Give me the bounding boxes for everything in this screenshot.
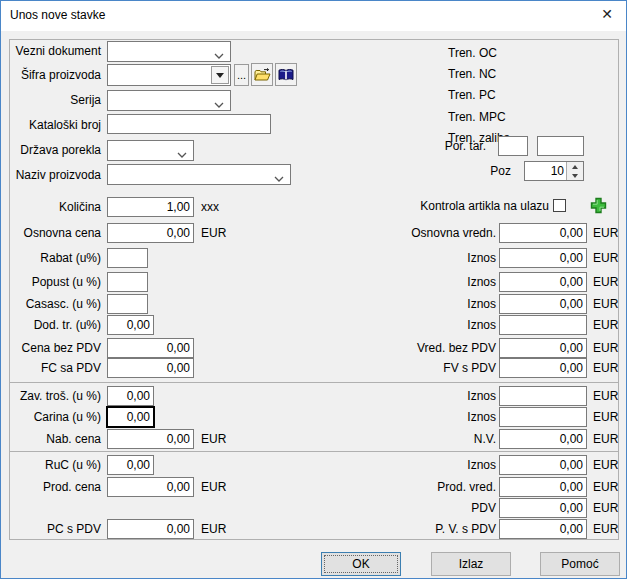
iznos-input[interactable]	[499, 315, 587, 335]
kataloski-broj-input[interactable]	[107, 114, 271, 134]
prod-vred-input[interactable]	[499, 477, 587, 497]
rabat-input[interactable]	[107, 248, 148, 268]
osnovna-vredn-label: Osnovna vredn.	[311, 223, 496, 243]
drzava-porekla-combobox[interactable]	[107, 140, 194, 161]
nab-cena-label: Nab. cena	[7, 429, 101, 449]
currency-suffix: EUR	[201, 519, 226, 539]
pv-s-pdv-input[interactable]	[499, 519, 587, 539]
nv-input[interactable]	[499, 429, 587, 449]
iznos-input[interactable]	[499, 407, 587, 427]
iznos-label: Iznos	[311, 272, 496, 292]
currency-suffix: EUR	[593, 272, 618, 292]
vred-bez-pdv-label: Vred. bez PDV	[311, 338, 496, 358]
prod-cena-input[interactable]	[107, 477, 194, 497]
kataloski-broj-label: Kataloški broj	[7, 115, 101, 135]
add-item-button[interactable]	[590, 197, 607, 214]
iznos-label: Iznos	[311, 455, 496, 475]
popust-input[interactable]	[107, 272, 148, 292]
zav-tros-input[interactable]	[107, 386, 154, 406]
carina-input[interactable]	[107, 407, 154, 427]
iznos-input[interactable]	[499, 248, 587, 268]
osnovna-cena-input[interactable]	[107, 223, 194, 243]
fc-sa-pdv-input[interactable]	[107, 358, 194, 378]
kontrola-artikla-label: Kontrola artikla na ulazu	[331, 196, 549, 216]
dropdown-arrow-icon	[216, 73, 224, 78]
tren-nc-label: Tren. NC	[448, 66, 496, 82]
cena-bez-pdv-input[interactable]	[107, 338, 194, 358]
casasc-input[interactable]	[107, 294, 148, 314]
nv-label: N.V.	[311, 429, 496, 449]
iznos-input[interactable]	[499, 455, 587, 475]
dod-tr-input[interactable]	[107, 315, 154, 335]
fv-s-pdv-input[interactable]	[499, 358, 587, 378]
iznos-label: Iznos	[311, 386, 496, 406]
serija-label: Serija	[7, 90, 101, 110]
section-divider	[9, 382, 619, 383]
section-divider	[9, 451, 619, 452]
close-icon[interactable]: ✕	[601, 6, 613, 22]
vezni-dokument-combobox[interactable]	[107, 41, 231, 62]
por-tar-input-2[interactable]	[537, 136, 584, 156]
currency-suffix: EUR	[593, 315, 618, 335]
pc-s-pdv-input[interactable]	[107, 519, 194, 539]
kontrola-artikla-checkbox[interactable]	[553, 199, 566, 212]
prod-vred-label: Prod. vred.	[311, 477, 496, 497]
currency-suffix: EUR	[201, 477, 226, 497]
casasc-label: Casasc. (u %)	[7, 294, 101, 314]
nab-cena-input[interactable]	[107, 429, 194, 449]
title-bar: Unos nove stavke ✕	[1, 1, 626, 31]
rabat-label: Rabat (u%)	[7, 248, 101, 268]
plus-icon	[590, 197, 607, 214]
currency-suffix: EUR	[593, 519, 618, 539]
sifra-browse-button[interactable]: ...	[234, 64, 249, 86]
pomoc-button[interactable]: Pomoć	[540, 552, 620, 576]
chevron-down-icon	[214, 98, 224, 105]
osnovna-vredn-input[interactable]	[499, 223, 587, 243]
currency-suffix: EUR	[593, 386, 618, 406]
kolicina-input[interactable]	[107, 197, 194, 217]
pdv-label: PDV	[311, 498, 496, 518]
serija-combobox[interactable]	[107, 90, 231, 111]
ok-button[interactable]: OK	[321, 552, 401, 576]
pdv-input[interactable]	[499, 498, 587, 518]
iznos-label: Iznos	[311, 248, 496, 268]
currency-suffix: EUR	[593, 477, 618, 497]
poz-label: Poz	[421, 161, 511, 181]
prod-cena-label: Prod. cena	[7, 477, 101, 497]
currency-suffix: EUR	[593, 338, 618, 358]
iznos-label: Iznos	[311, 315, 496, 335]
fv-s-pdv-label: FV s PDV	[311, 358, 496, 378]
cena-bez-pdv-label: Cena bez PDV	[7, 338, 101, 358]
fc-sa-pdv-label: FC sa PDV	[7, 358, 101, 378]
arrow-up-icon	[572, 165, 578, 169]
ruc-input[interactable]	[107, 455, 154, 475]
vezni-dokument-label: Vezni dokument	[7, 41, 101, 61]
izlaz-button[interactable]: Izlaz	[431, 552, 511, 576]
popust-label: Popust (u %)	[7, 272, 101, 292]
vred-bez-pdv-input[interactable]	[499, 338, 587, 358]
poz-value: 10	[551, 162, 564, 180]
iznos-input[interactable]	[499, 386, 587, 406]
sifra-proizvoda-label: Šifra proizvoda	[7, 65, 101, 85]
currency-suffix: EUR	[593, 455, 618, 475]
naziv-proizvoda-combobox[interactable]	[107, 164, 291, 185]
por-tar-input-1[interactable]	[498, 136, 528, 156]
chevron-down-icon	[274, 172, 284, 179]
sifra-dropdown-button[interactable]	[211, 66, 229, 84]
catalog-book-button[interactable]	[275, 63, 297, 86]
dod-tr-label: Dod. tr. (u%)	[7, 315, 101, 335]
spin-down-button[interactable]	[567, 171, 583, 180]
drzava-porekla-label: Država porekla	[7, 140, 101, 160]
carina-label: Carina (u %)	[7, 407, 101, 427]
chevron-down-icon	[177, 148, 187, 155]
spin-buttons	[566, 162, 583, 180]
zav-tros-label: Zav. troš. (u %)	[7, 386, 101, 406]
poz-spinner[interactable]: 10	[524, 161, 584, 181]
dialog-unos-nove-stavke: Unos nove stavke ✕ Vezni dokument Šifra …	[0, 0, 627, 579]
currency-suffix: EUR	[201, 223, 226, 243]
tren-pc-label: Tren. PC	[448, 87, 496, 103]
iznos-input[interactable]	[499, 272, 587, 292]
iznos-input[interactable]	[499, 294, 587, 314]
open-folder-button[interactable]	[251, 63, 273, 86]
currency-suffix: EUR	[593, 248, 618, 268]
